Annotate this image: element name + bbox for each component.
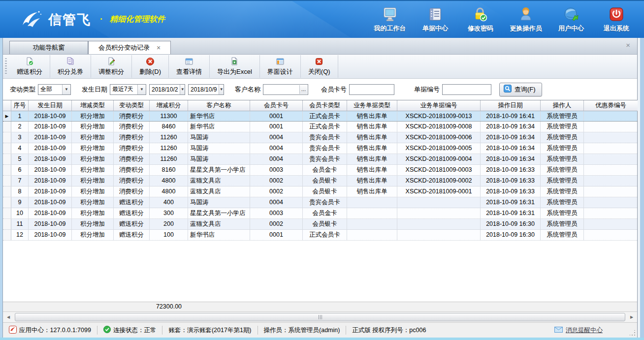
scroll-left-arrow-icon[interactable]: ◀ [4, 313, 13, 321]
toolbar-drag-handle[interactable] [5, 58, 7, 75]
cell-customer-name: 新华书店 [188, 230, 250, 240]
exit-system-button[interactable]: 退出系统 [596, 6, 637, 33]
ellipsis-button[interactable]: … [299, 85, 307, 94]
row-indicator [3, 165, 11, 175]
chevron-down-icon[interactable]: ▼ [62, 85, 70, 94]
column-header-coupon-no[interactable]: 优惠券编号 [584, 100, 638, 111]
row-indicator [3, 122, 11, 132]
cell-points: 8160 [150, 165, 188, 175]
scrollbar-thumb[interactable] [15, 313, 625, 321]
tab-bar: 功能导航窗 会员积分变动记录 × × [3, 38, 637, 54]
table-row[interactable]: ▶12018-10-09积分增加消费积分11300新华书店0001正式会员卡销售… [3, 111, 637, 122]
operator-status: 操作员：系统管理员(admin) [258, 326, 346, 335]
cell-operator: 系统管理员 [541, 154, 584, 164]
workbench-button[interactable]: 我的工作台 [369, 6, 411, 33]
chevron-down-icon[interactable]: ▼ [137, 85, 146, 94]
tabbar-close-icon[interactable]: × [626, 41, 630, 49]
tab-close-icon[interactable]: × [157, 44, 161, 51]
cell-coupon-no [584, 111, 638, 121]
gift-points-button[interactable]: 赠送积分 [9, 55, 50, 78]
title-actions: 我的工作台 单据中心 [369, 6, 644, 33]
close-button[interactable]: 关闭(Q) [301, 55, 338, 78]
column-header-change-type[interactable]: 变动类型 [114, 100, 150, 111]
date-to-value: 2018/10/9 [189, 85, 219, 94]
export-excel-button[interactable]: 导出为Excel [210, 55, 260, 78]
ui-design-button[interactable]: 界面设计 [260, 55, 301, 78]
chevron-down-icon[interactable]: ▼ [219, 85, 224, 94]
horizontal-scrollbar[interactable]: ◀ ▶ [3, 311, 637, 322]
cell-customer-name: 蓝猫文具店 [188, 186, 250, 197]
cell-points: 11300 [150, 111, 188, 121]
cell-card-type: 正式会员卡 [303, 230, 347, 240]
adjust-points-button[interactable]: 调整积分 [91, 55, 132, 78]
cell-seq: 10 [11, 208, 29, 218]
points-to-coupon-button[interactable]: 积分兑券 [50, 55, 91, 78]
ui-design-label: 界面设计 [267, 67, 293, 76]
table-row[interactable]: 92018-10-09积分增加赠送积分400马国涛0004贵宾会员卡2018-1… [3, 197, 637, 208]
column-header-inc-dec-kind[interactable]: 增减类型 [72, 100, 114, 111]
message-center-link[interactable]: 消息提醒中心 [554, 326, 637, 335]
change-type-select[interactable]: 全部 ▼ [38, 84, 71, 95]
table-row[interactable]: 52018-10-09积分增加消费积分11260马国涛0004贵宾会员卡销售出库… [3, 154, 637, 165]
query-button[interactable]: 查询(F) [499, 83, 542, 96]
connection-status: 连接状态：正常 [97, 326, 162, 335]
cell-card-no: 0003 [250, 165, 303, 175]
table-row[interactable]: 22018-10-09积分增加消费积分8460新华书店0001正式会员卡销售出库… [3, 122, 637, 132]
customer-input[interactable]: … [263, 84, 308, 95]
table-row[interactable]: 42018-10-09积分增加消费积分11260马国涛0004贵宾会员卡销售出库… [3, 143, 637, 154]
switch-operator-button[interactable]: 更换操作员 [505, 6, 547, 33]
date-from-select[interactable]: 2018/10/2 ▼ [149, 84, 185, 95]
resize-grip[interactable] [630, 330, 636, 336]
filter-bar: 变动类型 全部 ▼ 发生日期 最近7天 ▼ 2018/10/2 ▼ 2018/1… [3, 79, 637, 100]
account-text: 账套：演示账套(2017年第1期) [168, 326, 251, 335]
table-row[interactable]: 62018-10-09积分增加消费积分8160星星文具第一小学店0003会员金卡… [3, 165, 637, 176]
cell-bill-type: 销售出库单 [347, 165, 397, 175]
column-header-customer-name[interactable]: 客户名称 [188, 100, 250, 111]
date-from-value: 2018/10/2 [150, 85, 180, 94]
column-header-operator[interactable]: 操作人 [541, 100, 584, 111]
cell-seq: 6 [11, 165, 29, 175]
cell-bill-type [347, 197, 397, 208]
cell-op-date: 2018-10-09 16:30 [481, 230, 541, 240]
table-row[interactable]: 32018-10-09积分增加消费积分11260马国涛0004贵宾会员卡销售出库… [3, 132, 637, 143]
table-row[interactable]: 82018-10-09积分增加消费积分4800蓝猫文具店0002会员银卡销售出库… [3, 186, 637, 197]
delete-button[interactable]: 删除(D) [132, 55, 169, 78]
tab-member-points-record[interactable]: 会员积分变动记录 × [88, 41, 171, 54]
column-header-indicator[interactable] [3, 100, 11, 111]
date-preset-select[interactable]: 最近7天 ▼ [110, 84, 146, 95]
chevron-down-icon[interactable]: ▼ [180, 85, 185, 94]
date-to-select[interactable]: 2018/10/9 ▼ [188, 84, 224, 95]
column-header-bill-no[interactable]: 业务单据编号 [397, 100, 481, 111]
view-detail-button[interactable]: 查看详情 [169, 55, 210, 78]
cell-change-type: 消费积分 [114, 165, 150, 175]
cell-card-no: 0004 [250, 154, 303, 164]
adjust-points-label: 调整积分 [98, 67, 124, 76]
cell-inc-dec-kind: 积分增加 [72, 132, 114, 143]
card-no-input[interactable] [349, 84, 394, 95]
change-password-button[interactable]: 修改密码 [460, 6, 501, 33]
scroll-right-arrow-icon[interactable]: ▶ [627, 313, 636, 321]
app-window: 信管飞 · 精细化管理软件 我的工作台 [0, 0, 644, 340]
table-row[interactable]: 102018-10-09积分增加赠送积分300星星文具第一小学店0003会员金卡… [3, 208, 637, 219]
cell-op-date: 2018-10-09 16:31 [481, 197, 541, 208]
title-separator: · [100, 14, 103, 25]
user-center-button[interactable]: 用户中心 [550, 6, 592, 33]
column-header-card-type[interactable]: 会员卡类型 [303, 100, 347, 111]
table-row[interactable]: 72018-10-09积分增加消费积分4800蓝猫文具店0002会员银卡销售出库… [3, 176, 637, 186]
table-row[interactable]: 112018-10-09积分增加赠送积分200蓝猫文具店0002会员银卡2018… [3, 219, 637, 230]
column-header-seq[interactable]: 序号 [11, 100, 29, 111]
row-indicator [3, 186, 11, 197]
cell-change-type: 消费积分 [114, 176, 150, 186]
bill-center-button[interactable]: 单据中心 [415, 6, 456, 33]
tab-function-nav[interactable]: 功能导航窗 [9, 41, 88, 54]
row-indicator [3, 230, 11, 240]
bill-no-input[interactable] [442, 84, 491, 95]
column-header-op-date[interactable]: 操作日期 [481, 100, 541, 111]
column-header-occur-date[interactable]: 发生日期 [29, 100, 72, 111]
table-row[interactable]: 122018-10-09积分增加赠送积分100新华书店0001正式会员卡2018… [3, 230, 637, 241]
cell-seq: 2 [11, 122, 29, 132]
column-header-card-no[interactable]: 会员卡号 [250, 100, 303, 111]
column-header-bill-type[interactable]: 业务单据类型 [347, 100, 397, 111]
column-header-points[interactable]: 增减积分 [150, 100, 188, 111]
cell-bill-no [397, 219, 481, 229]
